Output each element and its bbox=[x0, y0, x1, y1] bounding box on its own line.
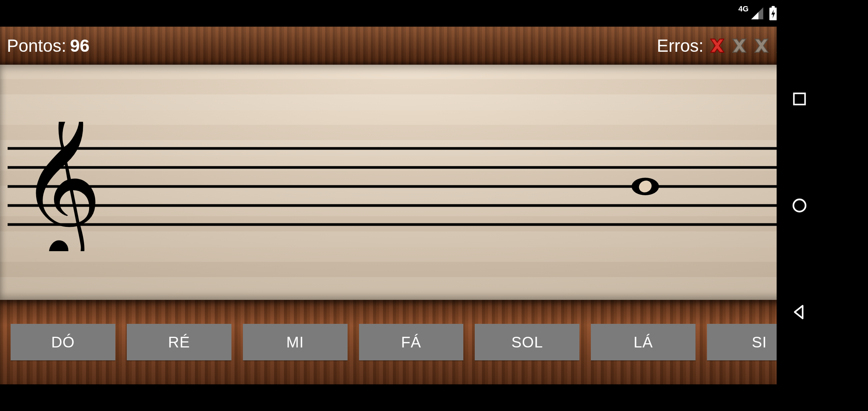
treble-clef-icon: 𝄞 bbox=[19, 122, 102, 251]
whole-note-icon bbox=[632, 178, 659, 195]
music-staff: 𝄞 bbox=[0, 122, 822, 251]
game-area: Pontos: 96 Erros: bbox=[0, 27, 822, 384]
svg-rect-1 bbox=[772, 6, 775, 8]
note-button-mi[interactable]: MI bbox=[243, 324, 348, 360]
score-label: Pontos: bbox=[7, 35, 66, 56]
android-nav-bar bbox=[777, 0, 822, 411]
note-button-re[interactable]: RÉ bbox=[127, 324, 231, 360]
svg-text:𝄞: 𝄞 bbox=[19, 122, 102, 251]
note-button-fa[interactable]: FÁ bbox=[359, 324, 464, 360]
nav-back-button[interactable] bbox=[789, 301, 810, 323]
note-button-do[interactable]: DÓ bbox=[11, 324, 115, 360]
nav-recent-apps-button[interactable] bbox=[789, 88, 810, 110]
errors-label: Erros: bbox=[657, 35, 704, 56]
status-bar: 4G 6:06 bbox=[0, 0, 822, 27]
device-chin bbox=[0, 384, 822, 411]
error-x-inactive-icon bbox=[729, 36, 749, 56]
signal-icon bbox=[750, 6, 764, 21]
error-x-active-icon bbox=[707, 36, 727, 56]
score-value: 96 bbox=[70, 35, 89, 56]
note-button-la[interactable]: LÁ bbox=[591, 324, 696, 360]
nav-home-button[interactable] bbox=[789, 195, 810, 216]
staff-panel: 𝄞 bbox=[0, 65, 822, 300]
svg-rect-12 bbox=[794, 93, 805, 104]
error-x-inactive-icon bbox=[752, 36, 771, 56]
score-display: Pontos: 96 bbox=[7, 35, 89, 56]
note-button-bar: DÓRÉMIFÁSOLLÁSI bbox=[0, 300, 822, 384]
svg-point-13 bbox=[793, 199, 806, 212]
note-button-sol[interactable]: SOL bbox=[475, 324, 579, 360]
score-bar: Pontos: 96 Erros: bbox=[0, 27, 822, 65]
network-type-label: 4G bbox=[739, 5, 749, 13]
